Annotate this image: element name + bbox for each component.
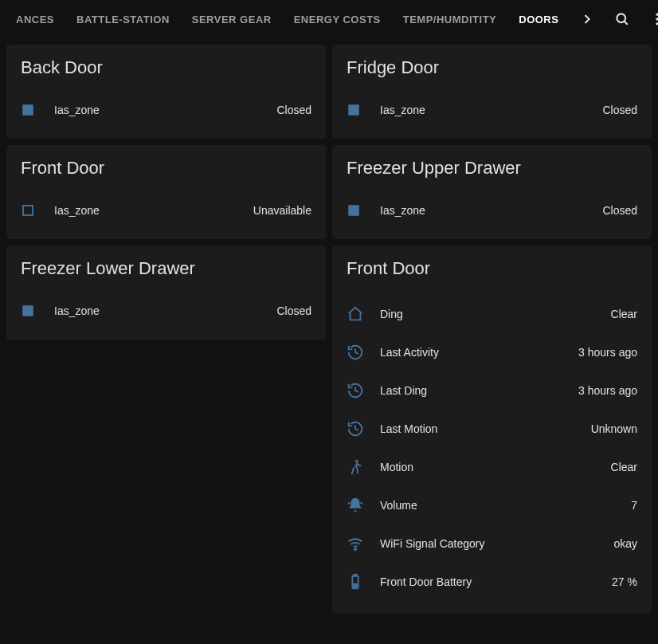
svg-rect-7 [23, 206, 33, 215]
svg-point-0 [617, 14, 626, 22]
row-last-ding[interactable]: Last Ding 3 hours ago [347, 371, 637, 410]
sensor-status: Unavailable [253, 204, 311, 217]
svg-rect-5 [22, 104, 33, 116]
svg-rect-14 [354, 584, 357, 587]
svg-rect-6 [348, 104, 359, 116]
search-icon[interactable] [606, 3, 638, 35]
sensor-row[interactable]: Ias_zone Closed [347, 194, 637, 226]
sensor-row[interactable]: Ias_zone Closed [21, 295, 311, 327]
svg-rect-9 [22, 305, 33, 316]
square-outline-icon [21, 203, 54, 218]
motion-icon [347, 458, 380, 476]
card-title: Front Door [21, 158, 311, 179]
tab-temp-humidity[interactable]: TEMP/HUMDITITY [394, 0, 507, 38]
battery-icon [347, 573, 380, 591]
row-volume[interactable]: Volume 7 [347, 486, 637, 524]
row-value: Clear [611, 461, 637, 473]
history-icon [347, 382, 380, 399]
tab-energy-costs[interactable]: ENERGY COSTS [284, 0, 390, 38]
row-label: Ding [380, 308, 611, 320]
sensor-status: Closed [602, 104, 637, 116]
home-icon [347, 305, 380, 323]
tab-battle-station[interactable]: BATTLE-STATION [67, 0, 179, 38]
sensor-label: Ias_zone [54, 204, 253, 217]
history-icon [347, 420, 380, 438]
square-filled-icon [21, 304, 54, 318]
wifi-icon [347, 535, 380, 552]
sensor-label: Ias_zone [54, 104, 276, 116]
sensor-row[interactable]: Ias_zone Closed [21, 94, 311, 126]
row-ding[interactable]: Ding Clear [347, 295, 637, 333]
svg-rect-8 [348, 205, 359, 216]
more-icon[interactable] [641, 3, 658, 35]
row-label: Last Motion [380, 422, 591, 435]
square-filled-icon [347, 203, 380, 218]
card-fridge-door[interactable]: Fridge Door Ias_zone Closed [332, 45, 652, 139]
card-front-door-detail[interactable]: Front Door Ding Clear Last Activity 3 ho… [332, 245, 652, 614]
row-label: WiFi Signal Category [380, 537, 613, 550]
square-filled-icon [21, 103, 54, 117]
row-label: Volume [380, 499, 631, 512]
card-back-door[interactable]: Back Door Ias_zone Closed [6, 45, 326, 139]
row-label: Last Activity [380, 346, 578, 359]
sensor-status: Closed [276, 104, 311, 116]
row-wifi[interactable]: WiFi Signal Category okay [347, 524, 637, 563]
card-title: Front Door [347, 258, 637, 279]
card-title: Freezer Lower Drawer [21, 258, 311, 279]
card-freezer-upper[interactable]: Freezer Upper Drawer Ias_zone Closed [332, 145, 652, 239]
tab-bar: ANCES BATTLE-STATION SERVER GEAR ENERGY … [0, 0, 658, 38]
row-value: 27 % [612, 575, 637, 588]
tab-ances[interactable]: ANCES [6, 0, 64, 38]
row-last-activity[interactable]: Last Activity 3 hours ago [347, 333, 637, 371]
card-title: Back Door [21, 57, 311, 78]
row-value: 3 hours ago [578, 384, 637, 397]
svg-rect-13 [354, 575, 357, 576]
row-value: okay [613, 537, 637, 550]
card-freezer-lower[interactable]: Freezer Lower Drawer Ias_zone Closed [6, 245, 326, 340]
svg-point-11 [354, 548, 356, 550]
chevron-right-icon[interactable] [571, 3, 603, 35]
sensor-row[interactable]: Ias_zone Closed [347, 94, 637, 126]
row-label: Motion [380, 461, 611, 473]
row-value: 7 [631, 499, 637, 512]
row-value: 3 hours ago [578, 346, 637, 359]
row-label: Front Door Battery [380, 575, 612, 588]
sensor-status: Closed [602, 204, 637, 217]
svg-point-10 [355, 460, 358, 463]
sensor-status: Closed [276, 304, 311, 317]
history-icon [347, 344, 380, 361]
tab-doors[interactable]: DOORS [509, 0, 568, 38]
row-motion[interactable]: Motion Clear [347, 448, 637, 486]
row-last-motion[interactable]: Last Motion Unknown [347, 410, 637, 448]
sensor-label: Ias_zone [54, 304, 276, 317]
card-title: Fridge Door [347, 57, 637, 78]
sensor-row[interactable]: Ias_zone Unavailable [21, 194, 311, 226]
row-battery[interactable]: Front Door Battery 27 % [347, 563, 637, 601]
card-title: Freezer Upper Drawer [347, 158, 637, 179]
row-value: Clear [611, 308, 637, 320]
dashboard-grid: Back Door Ias_zone Closed Fridge Door Ia… [0, 38, 658, 620]
tab-server-gear[interactable]: SERVER GEAR [182, 0, 281, 38]
square-filled-icon [347, 103, 380, 117]
sensor-label: Ias_zone [380, 104, 602, 116]
bell-icon [347, 497, 380, 514]
sensor-label: Ias_zone [380, 204, 602, 217]
card-front-door[interactable]: Front Door Ias_zone Unavailable [6, 145, 326, 239]
row-label: Last Ding [380, 384, 578, 397]
row-value: Unknown [591, 422, 637, 435]
svg-line-1 [625, 22, 628, 25]
